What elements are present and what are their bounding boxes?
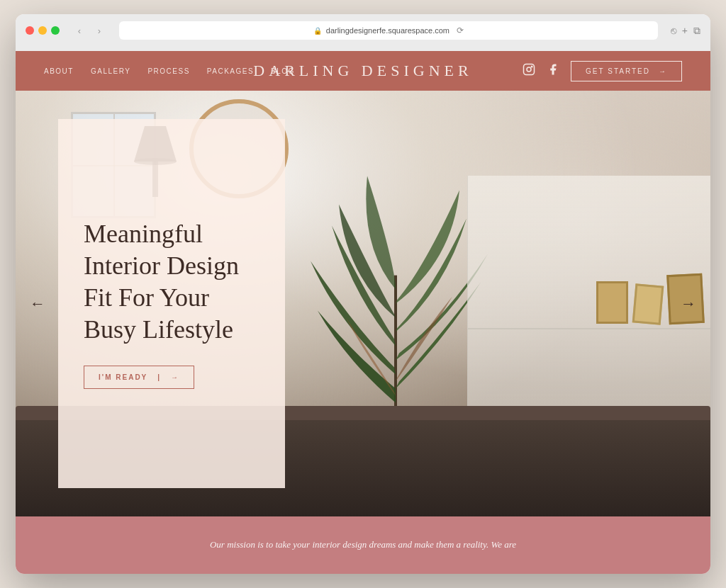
browser-window: ‹ › 🔒 darlingdesignerfe.squarespace.com …	[16, 14, 710, 574]
prev-slide-button[interactable]: ←	[30, 295, 45, 313]
hero-title-line3: Fit For Your	[84, 283, 209, 312]
duplicate-icon[interactable]: ⧉	[693, 25, 700, 37]
back-button[interactable]: ‹	[72, 23, 86, 38]
hero-content-box: Meaningful Interior Design Fit For Your …	[58, 119, 285, 488]
lock-icon: 🔒	[313, 27, 322, 35]
facebook-link[interactable]	[547, 63, 559, 79]
mission-text: Our mission is to take your interior des…	[210, 538, 516, 553]
shelf-area	[467, 176, 710, 431]
minimize-button[interactable]	[38, 26, 47, 35]
nav-packages[interactable]: Packages	[207, 67, 254, 75]
hero-cta-label: I'm Ready	[99, 373, 147, 381]
website-content: About Gallery Process Packages Blog Darl…	[16, 51, 710, 574]
close-button[interactable]	[26, 26, 34, 35]
svg-point-2	[531, 66, 532, 67]
browser-chrome: ‹ › 🔒 darlingdesignerfe.squarespace.com …	[16, 14, 710, 51]
svg-point-1	[527, 67, 531, 72]
traffic-lights	[26, 26, 60, 35]
forward-button[interactable]: ›	[92, 23, 106, 38]
hero-section: Meaningful Interior Design Fit For Your …	[16, 91, 710, 516]
im-ready-button[interactable]: I'm Ready | →	[84, 366, 194, 389]
brand-name[interactable]: Darling Designer	[253, 62, 472, 80]
address-bar[interactable]: 🔒 darlingdesignerfe.squarespace.com ⟳	[119, 21, 658, 40]
mission-section: Our mission is to take your interior des…	[16, 516, 710, 574]
maximize-button[interactable]	[51, 26, 60, 35]
nav-about[interactable]: About	[44, 67, 74, 75]
next-slide-button[interactable]: →	[681, 295, 696, 313]
cta-arrow: →	[659, 67, 667, 75]
svg-rect-0	[524, 64, 535, 75]
url-text: darlingdesignerfe.squarespace.com	[326, 26, 449, 35]
share-icon[interactable]: ⎋	[671, 25, 676, 37]
instagram-link[interactable]	[523, 63, 535, 79]
hero-cta-divider: |	[157, 373, 161, 381]
hero-title-line4: Busy Lifestyle	[84, 315, 233, 344]
nav-gallery[interactable]: Gallery	[91, 67, 130, 75]
hero-title-line2: Interior Design	[84, 251, 239, 280]
new-tab-icon[interactable]: +	[682, 25, 688, 37]
site-navigation: About Gallery Process Packages Blog Darl…	[16, 51, 710, 91]
hero-cta-arrow: →	[171, 373, 179, 381]
hero-title: Meaningful Interior Design Fit For Your …	[84, 218, 259, 346]
cta-label: Get Started	[586, 67, 650, 75]
get-started-button[interactable]: Get Started →	[571, 61, 682, 81]
nav-right: Get Started →	[523, 61, 682, 81]
hero-title-line1: Meaningful	[84, 220, 203, 248]
reload-icon[interactable]: ⟳	[457, 26, 464, 35]
nav-process[interactable]: Process	[147, 67, 189, 75]
